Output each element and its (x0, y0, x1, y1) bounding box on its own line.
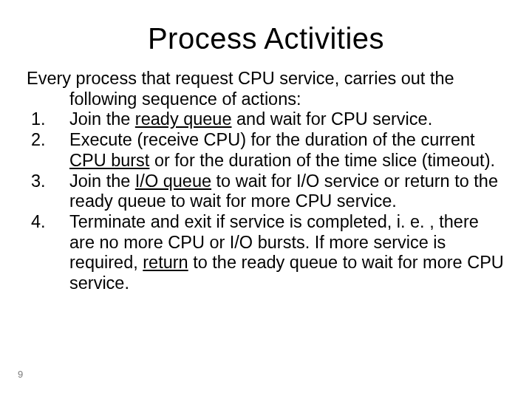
item-text-pre: Join the (69, 109, 135, 129)
item-number: 4. (31, 212, 62, 233)
page-number: 9 (18, 369, 23, 380)
item-text-post: and wait for CPU service. (232, 109, 433, 129)
slide-title: Process Activities (27, 22, 505, 55)
list-item: 3. Join the I/O queue to wait for I/O se… (27, 171, 505, 212)
item-text-pre: Join the (69, 171, 135, 191)
item-number: 3. (31, 171, 62, 192)
intro-line-1: Every process that request CPU service, … (27, 69, 454, 88)
slide-body: Every process that request CPU service, … (27, 69, 505, 294)
item-text-post: or for the duration of the time slice (t… (149, 151, 495, 170)
intro-text: Every process that request CPU service, … (27, 69, 505, 109)
item-underline: ready queue (135, 109, 232, 129)
intro-line-2: following sequence of actions: (27, 89, 505, 110)
list-item: 1. Join the ready queue and wait for CPU… (27, 109, 505, 130)
list-item: 2. Execute (receive CPU) for the duratio… (27, 130, 505, 171)
numbered-list: 1. Join the ready queue and wait for CPU… (27, 109, 505, 293)
item-underline: CPU burst (69, 151, 149, 170)
item-underline: I/O queue (135, 171, 211, 191)
slide: Process Activities Every process that re… (0, 0, 532, 399)
item-number: 1. (31, 109, 62, 130)
list-item: 4. Terminate and exit if service is comp… (27, 212, 505, 294)
item-number: 2. (31, 130, 62, 151)
item-underline: return (143, 253, 188, 272)
item-text-pre: Execute (receive CPU) for the duration o… (69, 130, 475, 149)
